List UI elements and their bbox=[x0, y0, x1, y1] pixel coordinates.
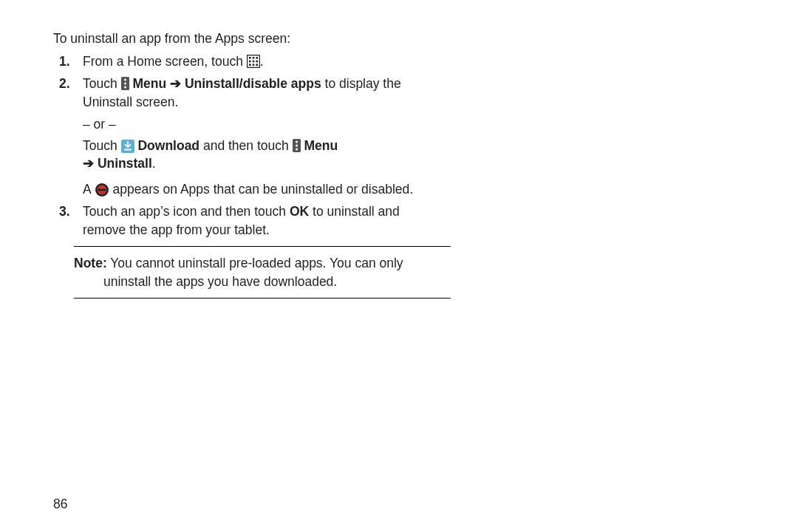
step-3: Touch an app’s icon and then touch OK to… bbox=[53, 202, 408, 239]
step-2-alt-b: and then touch bbox=[203, 138, 289, 153]
page-number: 86 bbox=[53, 495, 67, 514]
step-1-period: . bbox=[260, 54, 264, 69]
svg-rect-1 bbox=[249, 57, 251, 59]
arrow-icon: ➔ bbox=[170, 76, 181, 91]
uninstall-label: Uninstall bbox=[98, 156, 152, 171]
uninstall-disable-label: Uninstall/disable apps bbox=[185, 76, 321, 91]
prohibit-icon bbox=[95, 183, 109, 197]
svg-rect-3 bbox=[256, 57, 258, 59]
menu-icon bbox=[121, 77, 129, 90]
intro-text: To uninstall an app from the Apps screen… bbox=[53, 30, 408, 48]
menu-icon bbox=[293, 139, 301, 152]
manual-page: To uninstall an app from the Apps screen… bbox=[0, 0, 798, 532]
step-1: From a Home screen, touch bbox=[53, 52, 408, 71]
svg-rect-4 bbox=[249, 60, 251, 62]
svg-rect-7 bbox=[249, 64, 251, 66]
svg-rect-6 bbox=[256, 60, 258, 62]
svg-point-17 bbox=[296, 140, 298, 143]
note-label: Note: bbox=[74, 256, 107, 270]
svg-rect-9 bbox=[256, 64, 258, 66]
svg-rect-22 bbox=[98, 188, 106, 191]
step-2-prohibit-b: appears on Apps that can be uninstalled … bbox=[112, 182, 413, 197]
note-block: Note: You cannot uninstall pre-loaded ap… bbox=[74, 246, 451, 299]
step-3-text-a: Touch an app’s icon and then touch bbox=[83, 204, 286, 219]
apps-icon bbox=[247, 55, 260, 68]
ok-label: OK bbox=[290, 204, 309, 219]
menu-label-2: Menu bbox=[304, 138, 338, 153]
svg-rect-8 bbox=[252, 64, 254, 66]
svg-point-12 bbox=[124, 83, 126, 85]
svg-rect-15 bbox=[124, 149, 132, 150]
svg-point-18 bbox=[296, 144, 298, 146]
step-2-alt-period: . bbox=[152, 156, 156, 171]
or-separator: – or – bbox=[83, 115, 437, 134]
note-text: You cannot uninstall pre-loaded apps. Yo… bbox=[103, 256, 403, 289]
svg-point-19 bbox=[296, 148, 298, 150]
step-2: Touch Menu ➔ Uninstall/disable apps to d… bbox=[53, 75, 408, 111]
step-2-prohibit-a: A bbox=[83, 182, 91, 197]
step-2-text-a: Touch bbox=[83, 76, 117, 91]
step-2-alt: Touch Download and then touch Menu ➔ Uni… bbox=[83, 137, 437, 173]
steps-list-cont: Touch an app’s icon and then touch OK to… bbox=[53, 202, 408, 239]
svg-rect-2 bbox=[252, 57, 254, 59]
step-2-alt-a: Touch bbox=[83, 138, 117, 153]
download-label: Download bbox=[137, 138, 200, 153]
svg-point-11 bbox=[124, 79, 126, 81]
arrow-icon: ➔ bbox=[83, 156, 94, 171]
menu-label: Menu bbox=[132, 76, 166, 91]
step-1-text-a: From a Home screen, touch bbox=[83, 54, 243, 69]
steps-list: From a Home screen, touch bbox=[53, 52, 408, 112]
svg-rect-5 bbox=[252, 60, 254, 62]
svg-point-13 bbox=[124, 86, 126, 89]
step-2-prohibit: A appears on Apps that can be uninstalle… bbox=[83, 180, 437, 199]
download-icon bbox=[121, 140, 134, 153]
